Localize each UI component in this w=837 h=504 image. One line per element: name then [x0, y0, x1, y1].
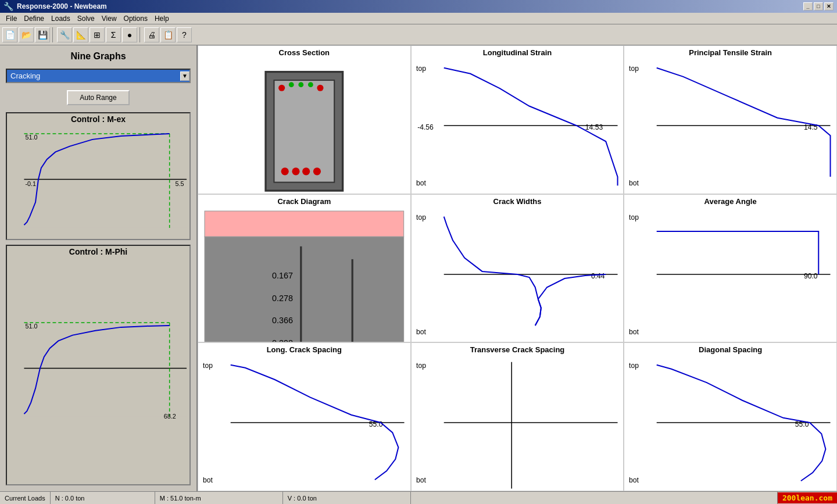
- window-title: Response-2000 - Newbeam: [17, 2, 107, 10]
- svg-point-20: [281, 167, 289, 175]
- svg-point-21: [292, 167, 299, 175]
- status-empty: [411, 492, 778, 504]
- longitudinal-strain-cell: Longitudinal Strain top bot -4.56 14.53: [411, 45, 624, 194]
- svg-text:top: top: [416, 362, 426, 370]
- menu-view[interactable]: View: [98, 13, 120, 24]
- tool4-button[interactable]: Σ: [106, 27, 121, 42]
- print-button[interactable]: 🖨: [144, 27, 159, 42]
- svg-text:0.278: 0.278: [272, 293, 293, 302]
- crack-widths-svg: top bot 0.44: [412, 207, 624, 343]
- svg-text:51.0: 51.0: [25, 323, 37, 330]
- control-mex-svg: 51.0 -0.1 5.5: [7, 125, 189, 237]
- svg-text:top: top: [629, 213, 639, 221]
- svg-text:14.53: 14.53: [585, 123, 603, 131]
- status-n: N : 0.0 ton: [51, 492, 155, 504]
- svg-text:top: top: [629, 65, 639, 73]
- diagonal-spacing-cell: Diagonal Spacing top bot 55.0: [624, 342, 837, 491]
- longitudinal-strain-body: top bot -4.56 14.53: [412, 58, 624, 194]
- crack-diagram-title: Crack Diagram: [198, 195, 410, 207]
- transverse-crack-spacing-svg: top bot: [412, 355, 624, 491]
- svg-text:top: top: [416, 213, 426, 221]
- principal-tensile-strain-cell: Principal Tensile Strain top bot 14.5: [624, 45, 837, 194]
- menu-bar: File Define Loads Solve View Options Hel…: [0, 13, 837, 24]
- right-panel: Cross Section: [198, 45, 837, 491]
- open-button[interactable]: 📂: [19, 27, 34, 42]
- crack-diagram-svg: 0.167 0.278 0.366 0.298: [198, 207, 410, 343]
- svg-point-18: [308, 82, 313, 87]
- control-mex-area: 51.0 -0.1 5.5: [7, 125, 189, 237]
- svg-point-22: [302, 167, 310, 175]
- transverse-crack-spacing-title: Transverse Crack Spacing: [412, 343, 624, 355]
- svg-point-23: [313, 167, 321, 175]
- status-v: V : 0.0 ton: [283, 492, 411, 504]
- status-current-loads: Current Loads: [0, 492, 51, 504]
- long-crack-spacing-svg: top bot 55.0: [198, 355, 410, 491]
- menu-solve[interactable]: Solve: [74, 13, 98, 24]
- close-button[interactable]: ✕: [824, 2, 834, 10]
- svg-point-16: [289, 82, 294, 87]
- svg-text:-4.56: -4.56: [417, 123, 434, 131]
- menu-help[interactable]: Help: [151, 13, 173, 24]
- crack-widths-title: Crack Widths: [412, 195, 624, 207]
- control-mphi-svg: 51.0 68.2: [7, 258, 189, 482]
- svg-text:0.44: 0.44: [591, 272, 605, 280]
- svg-text:top: top: [629, 362, 639, 370]
- average-angle-body: top bot 90.0: [624, 207, 836, 343]
- svg-text:bot: bot: [629, 328, 639, 336]
- svg-rect-35: [205, 237, 404, 342]
- status-m: M : 51.0 ton-m: [155, 492, 283, 504]
- crack-widths-cell: Crack Widths top bot 0.44: [411, 194, 624, 343]
- crack-diagram-cell: Crack Diagram 0.167 0.278 0.366 0.298: [198, 194, 411, 343]
- svg-text:90.0: 90.0: [804, 272, 818, 280]
- svg-text:top: top: [203, 362, 213, 370]
- svg-text:bot: bot: [629, 179, 639, 187]
- average-angle-cell: Average Angle top bot 90.0: [624, 194, 837, 343]
- toolbar: 📄 📂 💾 🔧 📐 ⊞ Σ ● 🖨 📋 ?: [0, 24, 837, 45]
- new-button[interactable]: 📄: [2, 27, 17, 42]
- svg-text:bot: bot: [629, 477, 639, 485]
- minimize-button[interactable]: _: [803, 2, 813, 10]
- svg-text:5.5: 5.5: [175, 180, 184, 187]
- cross-section-svg: [198, 58, 410, 194]
- principal-tensile-strain-title: Principal Tensile Strain: [624, 46, 836, 58]
- menu-file[interactable]: File: [2, 13, 20, 24]
- dropdown-container: Cracking Stress Strain ▼: [6, 69, 191, 83]
- maximize-button[interactable]: □: [814, 2, 823, 10]
- tool5-button[interactable]: ●: [122, 27, 137, 42]
- control-mex-title: Control : M-ex: [7, 113, 189, 125]
- cross-section-title: Cross Section: [198, 46, 410, 58]
- transverse-crack-spacing-cell: Transverse Crack Spacing top bot: [411, 342, 624, 491]
- print2-button[interactable]: 📋: [160, 27, 176, 42]
- tool1-button[interactable]: 🔧: [57, 27, 72, 42]
- principal-tensile-strain-body: top bot 14.5: [624, 58, 836, 194]
- panel-title: Nine Graphs: [6, 51, 191, 62]
- average-angle-title: Average Angle: [624, 195, 836, 207]
- control-mphi-title: Control : M-Phi: [7, 246, 189, 258]
- control-mex-graph: Control : M-ex 51.0 -0.1 5.5: [6, 112, 191, 240]
- menu-options[interactable]: Options: [120, 13, 151, 24]
- save-button[interactable]: 💾: [35, 27, 50, 42]
- crack-diagram-body: 0.167 0.278 0.366 0.298: [198, 207, 410, 343]
- toolbar-separator-1: [52, 27, 55, 42]
- principal-tensile-strain-svg: top bot 14.5: [624, 58, 836, 194]
- svg-text:68.2: 68.2: [164, 413, 176, 420]
- longitudinal-strain-title: Longitudinal Strain: [412, 46, 624, 58]
- main-content: Nine Graphs Cracking Stress Strain ▼ Aut…: [0, 45, 837, 491]
- control-mphi-area: 51.0 68.2: [7, 258, 189, 482]
- menu-define[interactable]: Define: [20, 13, 48, 24]
- tool2-button[interactable]: 📐: [73, 27, 88, 42]
- svg-point-19: [317, 85, 323, 91]
- svg-text:bot: bot: [203, 477, 213, 485]
- graph-type-dropdown[interactable]: Cracking Stress Strain: [6, 69, 191, 83]
- auto-range-button[interactable]: Auto Range: [67, 90, 129, 105]
- status-bar: Current Loads N : 0.0 ton M : 51.0 ton-m…: [0, 491, 837, 504]
- menu-loads[interactable]: Loads: [48, 13, 74, 24]
- tool3-button[interactable]: ⊞: [90, 27, 105, 42]
- transverse-crack-spacing-body: top bot: [412, 355, 624, 491]
- diagonal-spacing-svg: top bot 55.0: [624, 355, 836, 491]
- title-bar: 🔧 Response-2000 - Newbeam _ □ ✕: [0, 0, 837, 13]
- svg-point-15: [278, 85, 285, 91]
- diagonal-spacing-body: top bot 55.0: [624, 355, 836, 491]
- svg-text:51.0: 51.0: [25, 134, 37, 141]
- help-button[interactable]: ?: [177, 27, 192, 42]
